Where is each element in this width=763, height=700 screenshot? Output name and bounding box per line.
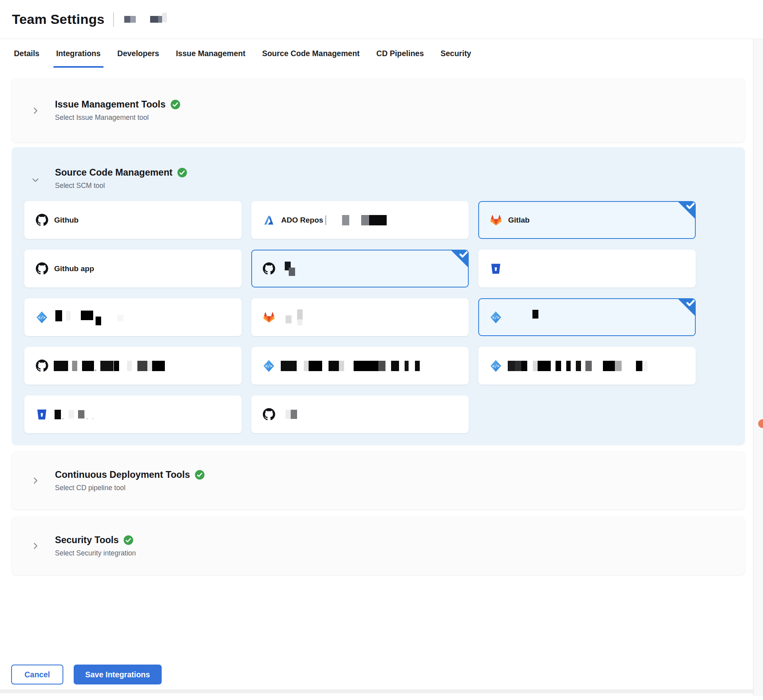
redacted-blocks bbox=[281, 410, 297, 419]
svg-text:</>: </> bbox=[38, 315, 45, 320]
redacted-block bbox=[96, 317, 101, 325]
redacted-block bbox=[286, 410, 291, 419]
redacted-block bbox=[615, 361, 622, 371]
redacted-block bbox=[297, 319, 302, 325]
redacted-block bbox=[152, 361, 165, 371]
tab-integrations[interactable]: Integrations bbox=[48, 39, 109, 68]
redacted-block bbox=[566, 361, 571, 371]
chevron-right-icon[interactable] bbox=[30, 541, 41, 551]
scm-card-gitlab-redacted[interactable] bbox=[251, 298, 469, 336]
tab-security[interactable]: Security bbox=[432, 39, 479, 68]
bitbucket-icon bbox=[35, 409, 48, 420]
redacted-block bbox=[54, 361, 68, 371]
svg-text:</>: </> bbox=[492, 364, 499, 368]
section-title: Continuous Deployment Tools bbox=[55, 469, 190, 480]
cancel-button[interactable]: Cancel bbox=[11, 665, 63, 684]
tab-issue-management[interactable]: Issue Management bbox=[168, 39, 254, 68]
scm-card-label: ADO Repos bbox=[281, 216, 323, 225]
redacted-block bbox=[95, 370, 96, 371]
section-continuous-deployment-tools[interactable]: Continuous Deployment Tools Select CD pi… bbox=[12, 452, 745, 510]
chevron-right-icon[interactable] bbox=[30, 475, 41, 486]
tab-bar: DetailsIntegrationsDevelopersIssue Manag… bbox=[0, 39, 763, 68]
redacted-block bbox=[508, 361, 515, 371]
scm-card-codecommit-long-2[interactable]: </> bbox=[478, 347, 696, 385]
redacted-block bbox=[66, 311, 70, 321]
redacted-block bbox=[286, 315, 292, 323]
section-subtitle: Select SCM tool bbox=[55, 182, 745, 190]
redacted-block bbox=[342, 215, 349, 225]
redacted-block bbox=[329, 361, 339, 371]
scm-card-bitbucket-2[interactable] bbox=[24, 395, 242, 433]
github-icon bbox=[35, 360, 48, 372]
redacted-blocks bbox=[508, 361, 648, 371]
gitlab-icon bbox=[489, 215, 502, 226]
selected-check-badge bbox=[677, 201, 696, 219]
chevron-right-icon[interactable] bbox=[30, 106, 41, 116]
redacted-block bbox=[114, 361, 119, 371]
redacted-block bbox=[72, 361, 77, 371]
section-source-code-management: Source Code Management Select SCM tool G… bbox=[12, 147, 745, 445]
redacted-block bbox=[636, 361, 642, 371]
section-subtitle: Select Issue Management tool bbox=[55, 113, 745, 122]
redacted-block bbox=[339, 361, 344, 371]
codecommit-icon: </> bbox=[489, 311, 502, 324]
save-integrations-button[interactable]: Save Integrations bbox=[74, 665, 162, 684]
redacted-block bbox=[117, 315, 123, 321]
redacted-blocks bbox=[281, 361, 420, 371]
tab-details[interactable]: Details bbox=[6, 39, 48, 68]
redacted-text-group bbox=[150, 14, 167, 24]
redacted-block bbox=[124, 16, 130, 23]
chevron-down-icon[interactable] bbox=[30, 175, 41, 185]
redacted-block bbox=[55, 310, 62, 321]
section-title: Issue Management Tools bbox=[55, 99, 166, 110]
scm-card-github-selected[interactable] bbox=[251, 250, 469, 287]
redacted-block bbox=[55, 410, 61, 419]
scm-card-github-long[interactable] bbox=[24, 347, 242, 385]
scm-card-ado-repos[interactable]: ADO Repos bbox=[251, 201, 469, 239]
scm-card-gitlab[interactable]: Gitlab bbox=[478, 201, 696, 239]
redacted-block bbox=[361, 215, 369, 225]
redacted-blocks bbox=[332, 215, 387, 225]
scm-card-github-app[interactable]: Github app bbox=[24, 250, 242, 287]
redacted-block bbox=[538, 361, 551, 371]
redacted-blocks bbox=[508, 313, 538, 322]
section-issue-management-tools[interactable]: Issue Management Tools Select Issue Mana… bbox=[12, 78, 745, 143]
redacted-block bbox=[158, 16, 162, 23]
header-divider bbox=[113, 12, 114, 27]
check-circle-icon bbox=[123, 535, 133, 545]
scm-card-label: Github bbox=[54, 216, 78, 225]
redacted-text-group bbox=[124, 16, 136, 23]
redacted-block bbox=[354, 361, 378, 371]
scm-card-label: Gitlab bbox=[508, 216, 530, 225]
scm-card-codecommit-1[interactable]: </> bbox=[24, 298, 242, 336]
scm-card-codecommit-long-1[interactable]: </> bbox=[251, 347, 469, 385]
redacted-block bbox=[281, 361, 297, 371]
redacted-block bbox=[585, 361, 592, 371]
check-circle-icon bbox=[177, 168, 187, 178]
tab-source-code-management[interactable]: Source Code Management bbox=[254, 39, 368, 68]
redacted-block bbox=[127, 361, 132, 371]
redacted-block bbox=[556, 361, 561, 371]
scm-card-github-2[interactable] bbox=[251, 395, 469, 433]
section-title: Security Tools bbox=[55, 535, 119, 546]
scrollbar-track[interactable] bbox=[753, 39, 763, 696]
codecommit-icon: </> bbox=[489, 360, 502, 372]
team-settings-page: Team Settings DetailsIntegrationsDevelop… bbox=[0, 0, 763, 700]
redacted-block bbox=[78, 410, 84, 418]
tab-developers[interactable]: Developers bbox=[109, 39, 168, 68]
svg-text:</>: </> bbox=[492, 315, 499, 320]
redacted-block bbox=[391, 361, 399, 371]
redacted-block bbox=[162, 13, 167, 22]
redacted-block bbox=[378, 361, 385, 371]
redacted-block bbox=[137, 361, 147, 371]
check-circle-icon bbox=[195, 470, 205, 480]
redacted-block bbox=[532, 310, 538, 319]
tab-cd-pipelines[interactable]: CD Pipelines bbox=[368, 39, 432, 68]
redacted-blocks bbox=[54, 410, 94, 419]
redacted-block bbox=[521, 361, 527, 371]
scm-card-github[interactable]: Github bbox=[24, 201, 242, 239]
section-security-tools[interactable]: Security Tools Select Security integrati… bbox=[12, 517, 745, 575]
scm-card-bitbucket[interactable] bbox=[478, 250, 696, 287]
scm-card-label: Github app bbox=[54, 264, 94, 273]
scm-card-codecommit-selected[interactable]: </> bbox=[478, 298, 696, 336]
